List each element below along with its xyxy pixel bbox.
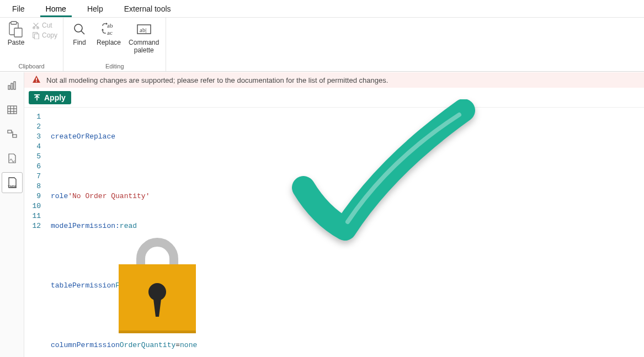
svg-rect-27 (36, 81, 37, 82)
menu-bar: File Home Help External tools (0, 0, 644, 18)
ribbon-group-clipboard: Paste Cut Copy Clipboard (0, 18, 63, 71)
cut-button[interactable]: Cut (31, 21, 58, 30)
find-icon (71, 21, 88, 38)
token-keyword: role (51, 191, 68, 201)
svg-rect-18 (8, 106, 17, 114)
token-keyword: createOrReplace (51, 132, 115, 142)
token-equals: = (175, 340, 180, 350)
token-keyword: columnPermission (51, 340, 120, 350)
model-view-button[interactable] (2, 124, 22, 144)
ribbon-group-editing: Find abac Replace ab| Command palette Ed… (63, 18, 166, 71)
svg-rect-15 (8, 86, 10, 89)
svg-text:ab: ab (107, 22, 113, 29)
apply-button[interactable]: Apply (29, 91, 71, 104)
menu-help[interactable]: Help (82, 1, 109, 17)
menu-home[interactable]: Home (40, 1, 72, 17)
code-editor[interactable]: 123 456 789 101112 createOrReplace role … (24, 108, 644, 357)
find-label: Find (73, 39, 86, 46)
svg-text:TMDL: TMDL (8, 185, 17, 188)
command-palette-button[interactable]: ab| Command palette (126, 20, 161, 55)
tmdl-icon: TMDL (6, 177, 18, 189)
ribbon-group-label-clipboard: Clipboard (4, 62, 58, 71)
upload-arrow-icon (33, 94, 41, 102)
token-keyword: modelPermission: (51, 221, 120, 231)
replace-icon: abac (100, 21, 117, 38)
ribbon: Paste Cut Copy Clipboard Find (0, 18, 644, 72)
svg-text:ab|: ab| (140, 26, 147, 33)
cut-label: Cut (42, 22, 52, 29)
token-value: none (180, 340, 197, 350)
token-value: read (120, 221, 137, 231)
line-numbers: 123 456 789 101112 (24, 108, 45, 357)
svg-rect-17 (14, 82, 15, 89)
menu-file[interactable]: File (7, 1, 30, 17)
command-palette-label1: Command (129, 39, 159, 46)
command-palette-label2: palette (134, 46, 154, 54)
menu-external-tools[interactable]: External tools (119, 1, 177, 17)
svg-point-3 (33, 27, 35, 29)
svg-rect-1 (11, 22, 17, 24)
paste-icon (8, 21, 24, 38)
paste-button[interactable]: Paste (4, 20, 28, 47)
warning-icon (32, 75, 41, 86)
copy-label: Copy (42, 31, 57, 39)
dax-icon (7, 153, 18, 164)
bar-chart-icon (7, 80, 18, 91)
replace-label: Replace (97, 39, 121, 46)
svg-rect-26 (36, 78, 37, 81)
paste-label: Paste (8, 39, 25, 46)
report-view-button[interactable] (2, 76, 22, 95)
copy-button[interactable]: Copy (31, 31, 58, 40)
svg-line-8 (81, 31, 84, 34)
ribbon-group-label-editing: Editing (68, 62, 161, 71)
svg-point-4 (37, 27, 39, 29)
command-palette-icon: ab| (136, 21, 152, 38)
svg-rect-23 (8, 130, 12, 133)
table-icon (7, 104, 18, 115)
warning-text: Not all modeling changes are supported; … (46, 76, 388, 84)
svg-rect-2 (14, 28, 22, 37)
code-content[interactable]: createOrReplace role 'No Order Quantity'… (45, 108, 644, 357)
svg-text:ac: ac (107, 29, 113, 36)
svg-rect-16 (11, 83, 13, 89)
svg-rect-24 (13, 135, 17, 137)
token-string: 'No Order Quantity' (68, 191, 150, 201)
table-view-button[interactable] (2, 100, 22, 120)
replace-button[interactable]: abac Replace (94, 20, 123, 47)
warning-bar: Not all modeling changes are supported; … (24, 72, 644, 88)
dax-view-button[interactable] (2, 148, 22, 168)
svg-point-7 (74, 24, 82, 32)
token-identifier: OrderQuantity (120, 340, 175, 350)
model-icon (7, 129, 18, 140)
svg-rect-6 (34, 34, 39, 39)
tmdl-view-button[interactable]: TMDL (2, 173, 22, 193)
apply-bar: Apply (24, 88, 644, 108)
token-keyword: tablePermission (51, 281, 115, 291)
svg-marker-12 (102, 29, 104, 30)
view-switcher: TMDL (0, 72, 24, 357)
token-identifier: FactInternetSales (115, 281, 189, 291)
find-button[interactable]: Find (68, 20, 91, 47)
apply-label: Apply (44, 93, 66, 102)
